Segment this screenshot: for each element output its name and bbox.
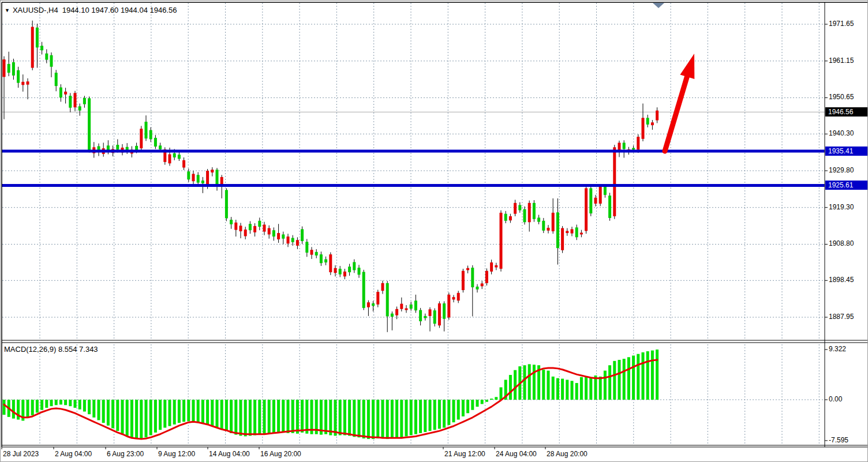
macd-histogram-bar	[561, 379, 564, 400]
candle-body	[642, 118, 645, 138]
macd-histogram-bar	[27, 400, 29, 418]
macd-histogram-bar	[358, 400, 361, 437]
candle-body	[272, 230, 275, 236]
macd-histogram-bar	[145, 400, 148, 437]
candle-body	[74, 93, 77, 107]
candle-body	[391, 314, 394, 317]
candle-body	[528, 203, 531, 222]
candle-body	[83, 98, 86, 104]
macd-histogram-bar	[485, 400, 488, 402]
current-price-tag: 1946.56	[825, 107, 868, 117]
candle-body	[116, 145, 119, 149]
candle-body	[623, 142, 626, 149]
price-axis-label: 1940.30	[829, 129, 854, 137]
chart-symbol-period: XAUUSD-,H4	[13, 6, 58, 14]
trend-arrow-head[interactable]	[680, 54, 694, 79]
macd-indicator-label: MACD(12,26,9) 8.554 7.343	[4, 345, 98, 354]
macd-histogram-bar	[452, 400, 455, 422]
candle-body	[500, 213, 503, 269]
macd-histogram-bar	[107, 400, 110, 426]
resistance-level-tag[interactable]: 1935.41	[825, 147, 868, 156]
macd-histogram-bar	[249, 400, 252, 436]
macd-histogram-bar	[424, 400, 426, 432]
chart-title: ▼XAUUSD-,H41944.10 1947.60 1944.04 1946.…	[5, 6, 177, 14]
macd-histogram-bar	[187, 400, 190, 421]
macd-histogram-bar	[410, 400, 413, 435]
candle-body	[556, 212, 559, 248]
macd-histogram-bar	[220, 400, 223, 429]
macd-histogram-bar	[130, 400, 133, 437]
macd-histogram-bar	[169, 400, 171, 426]
macd-histogram-bar	[618, 360, 621, 400]
macd-histogram-bar	[642, 352, 645, 400]
chart-ohlc-values: 1944.10 1947.60 1944.04 1946.56	[62, 6, 177, 14]
macd-histogram-bar	[102, 400, 105, 423]
time-axis-label: 28 Aug 20:00	[547, 450, 588, 458]
macd-histogram-bar	[414, 400, 417, 434]
candle-body	[608, 196, 611, 218]
macd-histogram-bar	[542, 370, 545, 400]
macd-histogram-bar	[514, 370, 517, 400]
candle-body	[353, 262, 356, 270]
macd-histogram-bar	[571, 381, 574, 400]
macd-histogram-bar	[178, 400, 181, 423]
candle-body	[589, 188, 592, 213]
candle-body	[637, 137, 639, 149]
candle-body	[395, 309, 398, 315]
chart-canvas	[1, 1, 868, 462]
candle-body	[358, 268, 361, 275]
macd-histogram-bar	[391, 400, 394, 438]
candle-body	[343, 272, 346, 276]
macd-histogram-bar	[599, 377, 602, 400]
candle-body	[414, 301, 417, 310]
candle-body	[339, 269, 342, 275]
candle-body	[27, 81, 29, 84]
macd-histogram-bar	[163, 400, 166, 428]
candle-body	[329, 254, 332, 272]
candle-body	[182, 160, 185, 168]
price-axis-label: 1971.65	[829, 20, 854, 28]
candle-body	[211, 170, 214, 172]
candle-body	[618, 142, 621, 150]
candle-body	[438, 303, 441, 325]
candle-body	[466, 268, 469, 271]
candle-body	[604, 187, 607, 195]
macd-histogram-bar	[225, 400, 228, 431]
candle-body	[36, 28, 39, 48]
macd-histogram-bar	[98, 400, 100, 420]
macd-histogram-bar	[173, 400, 176, 425]
macd-histogram-bar	[78, 400, 81, 410]
support-level-tag[interactable]: 1925.61	[825, 181, 868, 190]
trend-arrow-shaft[interactable]	[665, 76, 687, 151]
macd-axis-label: 9.322	[829, 345, 846, 353]
macd-histogram-bar	[258, 400, 261, 434]
macd-histogram-bar	[149, 400, 152, 435]
macd-histogram-bar	[339, 400, 342, 435]
candle-body	[485, 271, 488, 283]
candle-body	[443, 303, 446, 319]
macd-histogram-bar	[443, 400, 446, 428]
candle-body	[55, 73, 58, 86]
macd-histogram-bar	[656, 350, 659, 400]
time-axis-label: 21 Aug 12:00	[444, 450, 485, 458]
candle-body	[656, 111, 659, 121]
macd-histogram-bar	[623, 359, 626, 400]
macd-histogram-bar	[566, 380, 568, 400]
macd-histogram-bar	[556, 378, 559, 400]
macd-histogram-bar	[594, 375, 597, 400]
candle-body	[197, 175, 200, 182]
candle-body	[580, 232, 583, 234]
macd-histogram-bar	[481, 400, 484, 404]
candle-body	[410, 305, 413, 309]
macd-histogram-bar	[429, 400, 432, 431]
candle-body	[367, 302, 370, 307]
candle-body	[282, 234, 285, 238]
symbol-dropdown-icon: ▼	[5, 7, 10, 13]
macd-histogram-bar	[36, 400, 39, 412]
macd-histogram-bar	[604, 371, 607, 400]
candle-body	[45, 54, 48, 60]
price-axis-label: 1908.80	[829, 239, 854, 247]
price-axis-label: 1919.30	[829, 203, 854, 211]
macd-histogram-bar	[111, 400, 114, 428]
candle-body	[533, 203, 536, 219]
